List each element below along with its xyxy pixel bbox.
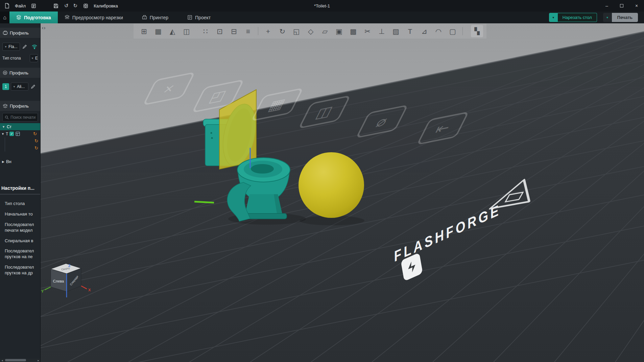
tree-offplate-row[interactable]: ▶ Вн	[0, 159, 40, 164]
clone-plate-icon[interactable]: ⊡	[213, 28, 227, 35]
sync-icon[interactable]: ↻	[34, 145, 40, 151]
tree-indent-guide	[5, 137, 5, 144]
print-button[interactable]: Печать	[612, 13, 638, 22]
copy-ghost-icon: ◰	[192, 79, 245, 113]
plate-ghost-icons: × ◰ ▦ ◫ ⌀ ⇤	[41, 23, 644, 362]
auto-orient-icon[interactable]: ◭	[165, 28, 180, 35]
edit-printer-icon[interactable]	[22, 44, 28, 50]
printer-profile-header[interactable]: Профиль	[0, 28, 40, 38]
plate-warning-icon	[477, 169, 544, 220]
printer-icon	[3, 30, 8, 35]
rotate-icon[interactable]: ↻	[275, 28, 289, 35]
align-ghost-icon: ⇤	[416, 111, 470, 145]
modifier-icon[interactable]: ▩	[346, 28, 360, 35]
slice-plate-button[interactable]: Нарезать стол	[558, 13, 597, 22]
support-icon[interactable]: ⊥	[375, 28, 389, 35]
settings-item[interactable]: Тип стола	[0, 199, 40, 209]
plate-type-label: Тип стола	[2, 56, 21, 61]
split-layout-icon[interactable]: ◫	[180, 28, 194, 35]
process-profile-header[interactable]: Профиль	[0, 101, 40, 111]
align-list-icon[interactable]: ≡	[241, 28, 255, 35]
filament-row: 1 ▼ Ali...	[0, 83, 40, 91]
project-icon	[187, 15, 192, 20]
recent-files-icon[interactable]	[30, 2, 37, 9]
scroll-right-icon[interactable]: ▸	[36, 359, 41, 362]
calibration-label[interactable]: Калибровка	[94, 3, 118, 8]
tab-project[interactable]: Проект	[181, 12, 217, 23]
plate-type-row: Тип стола ▼ Е	[0, 54, 40, 62]
layers-icon	[16, 15, 21, 20]
mirror-icon[interactable]: ◇	[304, 28, 318, 35]
close-button[interactable]: ×	[629, 0, 644, 12]
navcube-x-label: X	[88, 288, 91, 292]
scrollbar-track[interactable]	[4, 359, 36, 362]
tab-slice-preview[interactable]: Предпросмотр нарезки	[58, 12, 130, 23]
minimize-button[interactable]: –	[599, 0, 614, 12]
settings-item[interactable]: Спиральная в	[0, 236, 40, 246]
seam-paint-icon[interactable]: ▨	[389, 28, 403, 35]
merge-plates-icon[interactable]: ⊟	[227, 28, 241, 35]
settings-item[interactable]: Последовател печати модел	[0, 220, 40, 236]
chevron-down-icon: ▼	[4, 45, 7, 48]
sidebar-collapse-handle[interactable]: ‹›	[42, 25, 46, 30]
maximize-button[interactable]	[614, 0, 629, 12]
scroll-left-icon[interactable]: ◂	[0, 359, 4, 362]
filament-select[interactable]: ▼ Ali...	[11, 83, 28, 91]
search-input[interactable]	[10, 115, 35, 120]
settings-item[interactable]: Последовател прутков на пе	[0, 246, 40, 262]
move-icon[interactable]: +	[261, 28, 275, 35]
save-icon[interactable]	[53, 2, 59, 9]
plate-type-select[interactable]: ▼ Е	[30, 54, 38, 62]
scale-icon[interactable]: ◱	[289, 28, 304, 35]
slice-plate-group: ▾ Нарезать стол	[549, 13, 597, 22]
tree-subitem-row[interactable]: ↻	[0, 137, 40, 144]
sync-icon[interactable]: ↻	[33, 131, 39, 136]
viewport-3d[interactable]: × ◰ ▦ ◫ ⌀ ⇤ FLASHFORGE	[41, 23, 644, 362]
visibility-checkbox[interactable]: ✓	[9, 132, 14, 136]
tree-item-row[interactable]: ▼ Т ✓ ↻	[0, 130, 40, 137]
filament-profile-header[interactable]: Профиль	[0, 68, 40, 78]
search-box	[2, 113, 38, 121]
sync-icon[interactable]: ↻	[34, 138, 40, 143]
filament-index-badge[interactable]: 1	[2, 83, 9, 90]
add-model-icon[interactable]: ⊞	[137, 28, 151, 35]
simplify-icon[interactable]: ◠	[431, 28, 446, 35]
lay-flat-icon[interactable]: ▱	[318, 28, 332, 35]
edit-object-icon[interactable]	[15, 131, 20, 137]
settings-item[interactable]: Последовател прутков на др	[0, 262, 40, 278]
printer-row: ▼ Fla...	[0, 43, 40, 51]
settings-item[interactable]: Начальная то	[0, 209, 40, 220]
fill-plate-icon[interactable]: ∷	[198, 28, 213, 35]
measure-icon[interactable]: ⊿	[417, 28, 431, 35]
tab-prepare[interactable]: Подготовка	[9, 12, 58, 23]
calibration-icon[interactable]	[82, 2, 89, 9]
text-tool-icon[interactable]: T	[403, 28, 417, 35]
main-tabbar: ⌂ Подготовка Предпросмотр нарезки Принте…	[0, 12, 644, 23]
redo-icon[interactable]: ↻	[73, 3, 78, 9]
sidebar: Профиль ▼ Fla... Тип стола ▼ Е Профиль	[0, 23, 41, 362]
tree-subitem-row[interactable]: ↻	[0, 144, 40, 152]
home-button[interactable]: ⌂	[0, 12, 9, 23]
edit-filament-icon[interactable]	[30, 84, 36, 90]
slice-dropdown-chevron-icon[interactable]: ▾	[549, 13, 558, 22]
merge-ghost-icon: ◫	[298, 95, 351, 129]
wifi-icon[interactable]	[31, 44, 38, 50]
arrange-icon[interactable]: ▦	[151, 28, 165, 35]
navigation-cube[interactable]: Сверху Слева Спереди X Y Z	[41, 260, 100, 302]
file-menu[interactable]: Файл	[15, 3, 26, 8]
printer-select[interactable]: ▼ Fla...	[2, 43, 20, 51]
cut-icon[interactable]: ✂	[360, 28, 375, 35]
frame-icon[interactable]: ▢	[446, 28, 460, 35]
scrollbar-thumb[interactable]	[5, 359, 26, 361]
chevron-down-icon: ▼	[1, 132, 4, 136]
clone-model-icon[interactable]: ▣	[332, 28, 346, 35]
undo-icon[interactable]: ↺	[64, 3, 69, 9]
print-dropdown-chevron-icon[interactable]: ▾	[603, 13, 612, 22]
tree-group-row[interactable]: ▼ Ст	[0, 123, 40, 130]
assembly-icon[interactable]: ▚	[471, 25, 483, 37]
delete-ghost-icon: ×	[143, 72, 196, 106]
tab-printer[interactable]: Принтер	[135, 12, 175, 23]
settings-list: Тип стола Начальная то Последовател печа…	[0, 199, 40, 278]
app-icon	[3, 2, 10, 9]
slice-preview-icon	[65, 15, 70, 20]
